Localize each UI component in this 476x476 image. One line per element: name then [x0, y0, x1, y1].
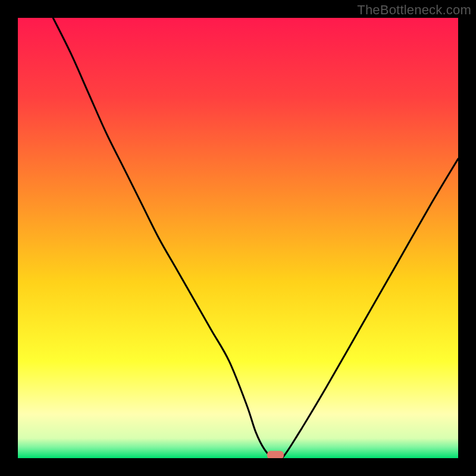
bottleneck-chart	[18, 18, 458, 458]
chart-svg	[18, 18, 458, 458]
watermark-text: TheBottleneck.com	[357, 2, 471, 18]
bottleneck-marker	[267, 451, 284, 458]
